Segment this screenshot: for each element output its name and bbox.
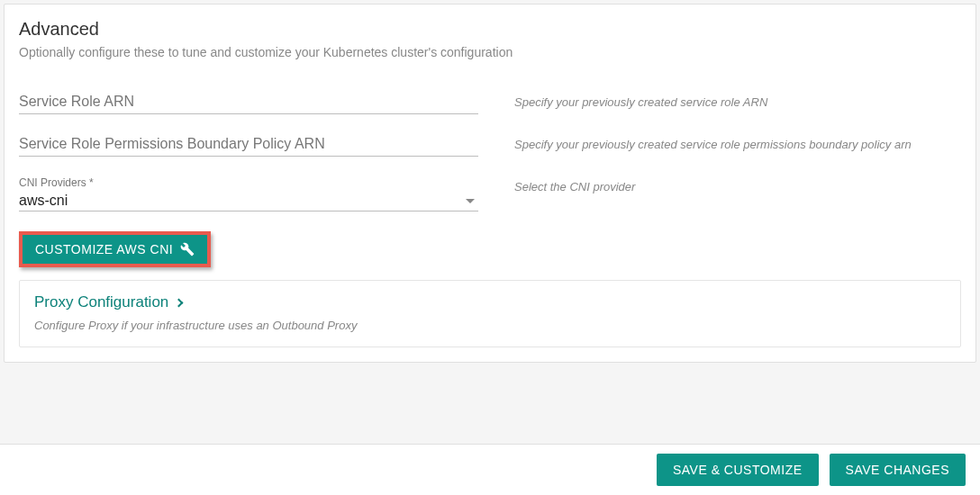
service-role-arn-row: Service Role ARN Specify your previously… xyxy=(19,92,961,114)
permissions-boundary-hint: Specify your previously created service … xyxy=(514,138,912,151)
customize-aws-cni-button[interactable]: CUSTOMIZE AWS CNI xyxy=(23,235,207,264)
cni-providers-hint: Select the CNI provider xyxy=(514,180,635,194)
footer-bar: SAVE & CUSTOMIZE SAVE CHANGES xyxy=(0,444,980,495)
cni-providers-select[interactable]: aws-cni xyxy=(19,191,478,212)
expansion-title-row: Proxy Configuration xyxy=(34,293,946,311)
chevron-right-icon xyxy=(175,298,184,307)
service-role-arn-hint: Specify your previously created service … xyxy=(514,95,767,109)
select-value: aws-cni xyxy=(19,193,68,209)
save-and-customize-button[interactable]: SAVE & CUSTOMIZE xyxy=(657,454,819,486)
cni-providers-row: CNI Providers * aws-cni Select the CNI p… xyxy=(19,176,961,212)
card-subtitle: Optionally configure these to tune and c… xyxy=(19,45,961,59)
wrench-icon xyxy=(180,242,195,256)
save-changes-button[interactable]: SAVE CHANGES xyxy=(830,454,966,486)
customize-cni-highlight: CUSTOMIZE AWS CNI xyxy=(19,231,211,267)
expansion-title: Proxy Configuration xyxy=(34,293,168,311)
input-placeholder: Service Role Permissions Boundary Policy… xyxy=(19,136,325,151)
proxy-configuration-panel[interactable]: Proxy Configuration Configure Proxy if y… xyxy=(19,280,961,347)
cni-providers-label: CNI Providers * xyxy=(19,176,478,189)
card-title: Advanced xyxy=(19,19,961,40)
service-role-arn-input[interactable]: Service Role ARN xyxy=(19,92,478,114)
expansion-subtitle: Configure Proxy if your infrastructure u… xyxy=(34,319,946,332)
advanced-card: Advanced Optionally configure these to t… xyxy=(4,4,976,363)
button-label: CUSTOMIZE AWS CNI xyxy=(35,242,173,256)
chevron-down-icon xyxy=(466,199,475,203)
permissions-boundary-row: Service Role Permissions Boundary Policy… xyxy=(19,134,961,157)
input-placeholder: Service Role ARN xyxy=(19,94,134,109)
permissions-boundary-input[interactable]: Service Role Permissions Boundary Policy… xyxy=(19,134,478,157)
